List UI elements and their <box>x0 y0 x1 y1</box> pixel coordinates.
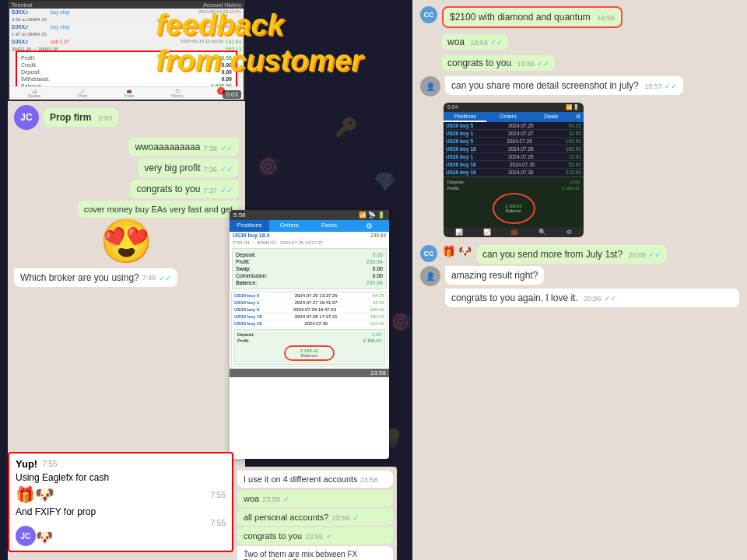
ms-header: 5:58 📶 📡 🔋 <box>230 210 389 220</box>
highlighted-summary: Deposit:0.00 Profit:2 100.41 2 100.41 Ba… <box>233 329 385 365</box>
trade-item: US30 buy 18.4 239.84 <box>230 232 389 240</box>
bottom-left-box: Yup! 7:55 Using Eaglefx for cash 🎁🐶 7:55… <box>8 452 233 552</box>
msg-congrats-bottom: congrats to you 23:59 ✓ <box>237 527 393 544</box>
ms-bottom-section: US30 buy 5 2024.07.25 13:27:25 94.25 US3… <box>231 292 388 367</box>
phone-header: 6:04 📶🔋 <box>444 103 584 112</box>
bottom-emojis: 🎁 🐶 <box>16 529 226 546</box>
ms-tabs: Positions Orders Deals ⚙ <box>230 220 389 232</box>
msg-which-broker: Which broker are you using? 7:46 ✓✓ <box>14 268 177 287</box>
feedback-title: feedback from customer <box>156 8 363 79</box>
send-more-bubble: can you send more from July 1st? 20:05 ✓… <box>476 245 667 264</box>
tab-orders[interactable]: Orders <box>269 220 309 232</box>
user-avatar: 👤 <box>420 76 440 96</box>
user-avatar2: 👤 <box>420 266 440 286</box>
screenshot-question-row: 👤 can you share more detail screenshot i… <box>420 76 739 96</box>
fxify-time: 7:55 <box>16 519 226 527</box>
phone-trade-list: US30 buy 5 2024.07.25 94.25 US30 buy 1 2… <box>444 122 584 227</box>
ms-summary: Deposit:0.00 Profit:239.84 Swap:0.00 Com… <box>232 248 387 289</box>
tab-settings-phone[interactable]: ⚙ <box>573 112 584 122</box>
balance-circle: 2 100.41 Balance <box>493 193 535 224</box>
cc-avatar2: CC <box>420 245 437 262</box>
mt-toolbar: 📊Quotes 📈Chart 💼Trade 📋History 1 💬 <box>9 86 244 100</box>
send-more-row: CC 🎁 🐶 can you send more from July 1st? … <box>420 245 739 264</box>
msg-woa-bottom: woa 23:59 ✓ <box>237 490 393 507</box>
circle-highlight: 2 100.41 Balance <box>284 345 335 361</box>
jc-avatar-bottom: JC <box>16 526 36 546</box>
tab-orders-phone[interactable]: Orders <box>486 112 529 122</box>
woa-bubble: woa 19:56 ✓✓ <box>442 34 508 50</box>
amazing-result-row: 👤 amazing result right? <box>420 266 739 286</box>
diamond-bubble: $2100 with diamond and quantum 19:56 <box>442 6 622 28</box>
title-line1: feedback <box>156 8 363 44</box>
middle-bottom-chat: I use it on 4 different accounts 23:58 w… <box>233 467 397 560</box>
tab-positions-phone[interactable]: Positions <box>444 112 486 122</box>
msg-congrats: congrats to you 7:37 ✓✓ <box>130 180 239 198</box>
msg-very-big-profit: very big profit 7:36 ✓✓ <box>138 159 239 177</box>
yup-row: Yup! 7:55 <box>16 458 226 470</box>
phone-tabs: Positions Orders Deals ⚙ <box>444 112 584 122</box>
tab-positions[interactable]: Positions <box>230 220 269 232</box>
ms-timestamp: 23:58 <box>230 369 389 377</box>
middle-screenshot: 5:58 📶 📡 🔋 Positions Orders Deals ⚙ US30… <box>230 210 389 459</box>
fxify-row: And FXIFY for prop <box>16 506 226 517</box>
tab-settings[interactable]: ⚙ <box>349 220 389 232</box>
bottom-right-msgs: CC 🎁 🐶 can you send more from July 1st? … <box>420 245 739 307</box>
eaglefx-row: Using Eaglefx for cash <box>16 472 226 483</box>
diamond-msg-row: CC $2100 with diamond and quantum 19:56 <box>420 6 739 28</box>
video-time: 0:03 <box>223 90 241 99</box>
ms-trade-list: US30 buy 18.4 239.84 2791.04 → 40845.01 … <box>230 232 389 246</box>
right-chat-panel: CC $2100 with diamond and quantum 19:56 … <box>412 0 747 560</box>
tab-deals-phone[interactable]: Deals <box>530 112 573 122</box>
question-bubble: can you share more detail screenshot in … <box>445 76 683 95</box>
cc-avatar: CC <box>420 6 437 23</box>
msg-two-accounts: Two of them are mix between FX Diamond a… <box>237 546 393 560</box>
congrats-bubble: congrats to you 19:56 ✓✓ <box>442 55 555 71</box>
msg-wwoaaa: wwoaaaaaaaaa 7:36 ✓✓ <box>128 138 239 156</box>
emoji-time-row: 🎁🐶 7:55 <box>16 485 226 504</box>
heart-eyes-emoji: 😍 <box>14 220 239 263</box>
channel-bubble: Prop firm 0:03 <box>44 108 118 127</box>
jc-avatar: JC <box>14 105 39 130</box>
congrats-again-bubble: congrats to you again. I love it. 20:06 … <box>445 289 739 307</box>
amazing-bubble: amazing result right? <box>445 266 544 285</box>
msg-personal-accounts: all personal accounts? 23:59 ✓ <box>237 509 393 526</box>
right-messages: CC $2100 with diamond and quantum 19:56 … <box>412 0 747 313</box>
woa-row: woa 19:56 ✓✓ <box>442 34 739 50</box>
phone-screenshot-embed: 6:04 📶🔋 Positions Orders Deals ⚙ US30 bu… <box>444 103 584 237</box>
msg-cover-money: cover money buy EAs very fast and get <box>78 201 239 218</box>
title-line2: from customer <box>156 44 363 79</box>
tab-deals[interactable]: Deals <box>310 220 349 232</box>
jc-prop-firm: JC Prop firm 0:03 <box>8 101 245 134</box>
msg-4-accounts: I use it on 4 different accounts 23:58 <box>237 471 393 488</box>
congrats-row: congrats to you 19:56 ✓✓ <box>442 55 739 71</box>
phone-toolbar: 📊 📈 💼 🔍 ⚙ <box>444 227 584 237</box>
congrats-again-row: congrats to you again. I love it. 20:06 … <box>445 289 739 307</box>
